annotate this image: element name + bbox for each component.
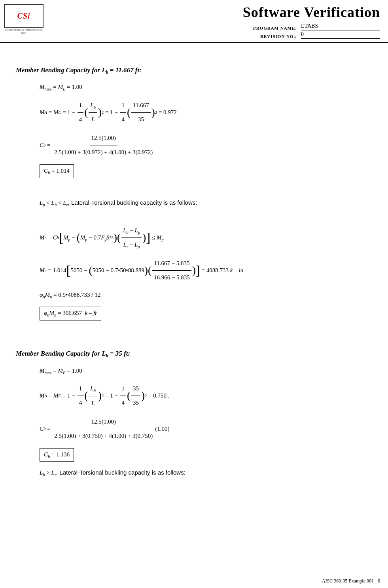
- section2-title-text: Member Bending Capacity for Lb = 35 ft:: [16, 350, 130, 357]
- ltb-condition-1: Lp < Lb < Lr, Lateral-Torsional buckling…: [40, 197, 372, 209]
- eq-cb-frac-1: Cb = 12.5(1.00) 2.5(1.00) + 3(0.972) + 4…: [40, 132, 372, 159]
- eq-cb-frac-2: Cb = 12.5(1.00) 2.5(1.00) + 3(0.750) + 4…: [40, 415, 372, 443]
- revision-label: REVISION NO.:: [253, 34, 297, 39]
- program-info: PROGRAM NAME: ETABS REVISION NO.: 0: [253, 23, 380, 39]
- eq-phi-mn-result-1: φbMn = 306.657 k – ft: [40, 307, 372, 320]
- page-footer: AISC 360-05 Example 001 - 6: [322, 578, 380, 584]
- eq-phi-mn-calc: φbMn = 0.9•4088.733 / 12: [40, 290, 372, 301]
- program-name-label: PROGRAM NAME:: [253, 26, 297, 30]
- page-header: CSi COMPUTERS & STRUCTURES INC. Software…: [0, 0, 388, 43]
- eq-ma-1: MA = MC = 1 − 1 4 ( Lb L )2 = 1 − 1 4 ( …: [40, 99, 372, 126]
- logo: CSi: [4, 4, 44, 28]
- cb-boxed-2: Cb = 1.136: [40, 448, 74, 462]
- section1-title-text: Member Bending Capacity for Lb = 11.667 …: [16, 66, 142, 74]
- revision-value: 0: [301, 31, 380, 39]
- logo-area: CSi COMPUTERS & STRUCTURES INC.: [4, 4, 51, 35]
- eq-cb-result-1: Cb = 1.014: [40, 164, 372, 178]
- page-title: Software Verification: [243, 4, 380, 21]
- header-title-area: Software Verification PROGRAM NAME: ETAB…: [51, 4, 380, 39]
- logo-subtitle: COMPUTERS & STRUCTURES INC.: [4, 28, 44, 35]
- cb-boxed-1: Cb = 1.014: [40, 164, 74, 178]
- ltb-condition-2: Lb > Lr, Lateral-Torsional buckling capa…: [40, 467, 372, 479]
- phi-mn-boxed-1: φbMn = 306.657 k – ft: [40, 307, 101, 320]
- program-name-value: ETABS: [301, 23, 380, 30]
- eq-mn-calc: Mn = 1.014 [ 5050 − ( 5050 − 0.7•50•88.8…: [40, 257, 372, 284]
- eq-mn-formula: Mn = Cb [ Mp − ( Mp − 0.7FyS33 ) ( Lb − …: [40, 224, 372, 251]
- eq-mmax-2: Mmax = MB = 1.00: [40, 366, 372, 377]
- section2-title: Member Bending Capacity for Lb = 35 ft:: [16, 350, 372, 359]
- main-content: Member Bending Capacity for Lb = 11.667 …: [0, 43, 388, 500]
- logo-text: C: [17, 11, 23, 21]
- eq-cb-result-2: Cb = 1.136: [40, 448, 372, 462]
- footer-text: AISC 360-05 Example 001 - 6: [322, 578, 380, 584]
- eq-mmax-1: Mmax = MB = 1.00: [40, 82, 372, 93]
- section1-title: Member Bending Capacity for Lb = 11.667 …: [16, 66, 372, 75]
- eq-ma-2: MA = MC = 1 − 1 4 ( Lb L )2 = 1 − 1 4 ( …: [40, 382, 372, 409]
